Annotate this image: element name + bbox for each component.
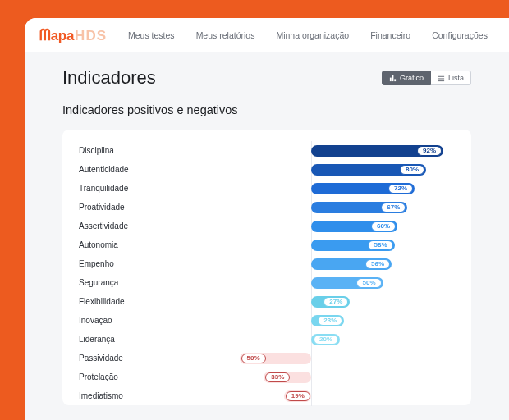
indicator-row: Flexibilidade27% bbox=[79, 292, 455, 311]
indicator-row: Assertividade60% bbox=[79, 217, 455, 235]
toggle-chart-label: Gráfico bbox=[400, 74, 424, 82]
logo-text-mapa: apa bbox=[51, 28, 74, 44]
indicator-value-pill: 27% bbox=[323, 297, 348, 307]
indicator-track: 27% bbox=[167, 296, 455, 308]
indicator-label: Passividade bbox=[79, 354, 167, 363]
indicator-label: Flexibilidade bbox=[79, 297, 167, 306]
indicator-row: Liderança20% bbox=[79, 330, 455, 349]
indicator-track: 23% bbox=[167, 315, 455, 326]
center-axis bbox=[311, 368, 312, 387]
indicator-bar-negative: 19% bbox=[284, 390, 311, 402]
indicator-row: Autenticidade80% bbox=[79, 160, 455, 179]
indicator-value-pill: 67% bbox=[381, 203, 406, 212]
indicator-value-pill: 19% bbox=[286, 391, 310, 401]
indicator-label: Segurança bbox=[79, 278, 167, 287]
svg-rect-1 bbox=[392, 75, 394, 80]
indicator-row: Segurança50% bbox=[79, 273, 455, 292]
indicator-row: Passividade50% bbox=[79, 349, 455, 368]
indicator-bar-positive: 72% bbox=[311, 183, 415, 194]
toggle-list-label: Lista bbox=[448, 74, 464, 82]
indicator-label: Protelação bbox=[79, 372, 167, 381]
indicator-value-pill: 20% bbox=[314, 335, 338, 345]
indicator-row: Inovação23% bbox=[79, 311, 455, 330]
indicator-track: 80% bbox=[167, 164, 455, 176]
indicator-row: Protelação33% bbox=[79, 368, 455, 386]
indicator-bar-positive: 27% bbox=[311, 296, 350, 308]
indicator-row: Disciplina92% bbox=[79, 141, 455, 160]
indicator-row: Imediatismo19% bbox=[79, 386, 455, 405]
app-frame: ᗰapaHDS Meus testes Meus relatórios Minh… bbox=[25, 18, 509, 420]
indicator-bar-positive: 50% bbox=[311, 277, 383, 289]
indicator-track: 56% bbox=[167, 258, 455, 270]
indicator-label: Inovação bbox=[79, 316, 167, 325]
indicator-track: 58% bbox=[167, 240, 455, 251]
indicator-value-pill: 23% bbox=[318, 316, 342, 326]
top-nav: ᗰapaHDS Meus testes Meus relatórios Minh… bbox=[25, 18, 509, 52]
indicator-row: Proatividade67% bbox=[79, 198, 455, 217]
indicator-row: Empenho56% bbox=[79, 254, 455, 273]
indicator-row: Autonomia58% bbox=[79, 235, 455, 254]
indicator-bar-positive: 23% bbox=[311, 315, 344, 326]
svg-rect-2 bbox=[394, 79, 396, 81]
nav-meus-relatorios[interactable]: Meus relatórios bbox=[196, 30, 255, 40]
title-row: Indicadores Gráfico Lista bbox=[62, 67, 471, 89]
center-axis bbox=[311, 386, 312, 406]
indicator-value-pill: 80% bbox=[400, 165, 424, 175]
toggle-list-button[interactable]: Lista bbox=[431, 71, 471, 85]
indicator-value-pill: 56% bbox=[365, 259, 390, 269]
indicator-bar-negative: 33% bbox=[264, 372, 311, 383]
indicator-track: 50% bbox=[167, 277, 455, 289]
indicator-label: Tranquilidade bbox=[79, 184, 167, 193]
chart-subtitle: Indicadores positivos e negativos bbox=[62, 103, 471, 116]
indicator-bar-negative: 50% bbox=[240, 353, 312, 364]
indicator-label: Disciplina bbox=[79, 146, 167, 155]
indicator-label: Empenho bbox=[79, 259, 167, 268]
indicator-track: 33% bbox=[167, 372, 455, 383]
page-content: Indicadores Gráfico Lista Indicadores po… bbox=[25, 52, 509, 405]
logo-text-hds: HDS bbox=[75, 28, 107, 44]
indicator-label: Imediatismo bbox=[79, 391, 167, 400]
indicator-bar-positive: 60% bbox=[311, 221, 397, 232]
logo-icon: ᗰ bbox=[39, 26, 51, 44]
view-toggle: Gráfico Lista bbox=[382, 71, 471, 85]
toggle-chart-button[interactable]: Gráfico bbox=[382, 71, 431, 85]
center-axis bbox=[311, 349, 312, 368]
indicator-track: 19% bbox=[167, 390, 455, 402]
bar-chart-icon bbox=[389, 75, 397, 82]
nav-minha-organizacao[interactable]: Minha organização bbox=[276, 30, 349, 40]
indicator-track: 20% bbox=[167, 334, 455, 345]
indicator-bar-positive: 80% bbox=[311, 164, 426, 176]
nav-meus-testes[interactable]: Meus testes bbox=[128, 30, 175, 40]
indicator-track: 60% bbox=[167, 221, 455, 232]
list-icon bbox=[438, 75, 445, 82]
indicator-value-pill: 58% bbox=[368, 240, 392, 250]
nav-financeiro[interactable]: Financeiro bbox=[370, 30, 410, 40]
indicator-value-pill: 50% bbox=[241, 354, 266, 363]
indicator-bar-positive: 92% bbox=[311, 145, 443, 157]
indicator-label: Autonomia bbox=[79, 240, 167, 249]
indicator-value-pill: 72% bbox=[388, 184, 413, 194]
indicator-label: Proatividade bbox=[79, 203, 167, 212]
indicator-track: 92% bbox=[167, 145, 455, 157]
indicator-value-pill: 92% bbox=[417, 146, 442, 156]
indicator-bar-positive: 67% bbox=[311, 202, 407, 213]
svg-rect-4 bbox=[438, 78, 444, 79]
indicator-value-pill: 50% bbox=[356, 278, 381, 288]
indicator-value-pill: 60% bbox=[371, 221, 396, 231]
page-title: Indicadores bbox=[62, 67, 156, 89]
nav-configuracoes[interactable]: Configurações bbox=[432, 30, 488, 40]
indicator-track: 72% bbox=[167, 183, 455, 194]
indicator-bar-positive: 20% bbox=[311, 334, 340, 345]
indicator-label: Autenticidade bbox=[79, 165, 167, 174]
indicator-label: Assertividade bbox=[79, 221, 167, 231]
indicator-track: 50% bbox=[167, 353, 455, 364]
indicator-value-pill: 33% bbox=[265, 372, 290, 382]
indicator-row: Tranquilidade72% bbox=[79, 179, 455, 198]
svg-rect-5 bbox=[438, 80, 444, 81]
logo[interactable]: ᗰapaHDS bbox=[39, 26, 107, 44]
indicator-track: 67% bbox=[167, 202, 455, 213]
indicator-bar-positive: 56% bbox=[311, 258, 392, 270]
svg-rect-0 bbox=[390, 77, 392, 81]
indicators-chart: Disciplina92%Autenticidade80%Tranquilida… bbox=[62, 130, 471, 405]
indicator-bar-positive: 58% bbox=[311, 240, 395, 251]
